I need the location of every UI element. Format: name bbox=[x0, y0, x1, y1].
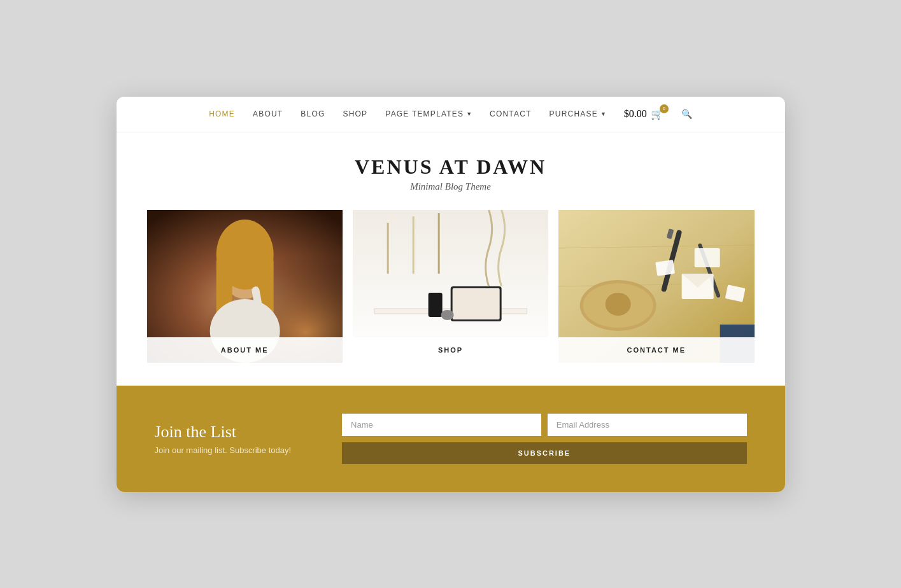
cart-price: $0.00 bbox=[624, 108, 647, 120]
nav-contact[interactable]: CONTACT bbox=[490, 109, 532, 118]
chevron-down-icon: ▼ bbox=[466, 111, 472, 117]
cart-area[interactable]: $0.00 🛒 0 bbox=[624, 108, 663, 120]
svg-rect-25 bbox=[695, 248, 720, 267]
name-input[interactable] bbox=[342, 414, 541, 436]
nav-page-templates-link[interactable]: PAGE TEMPLATES bbox=[385, 109, 464, 118]
nav-blog[interactable]: BLOG bbox=[301, 109, 325, 118]
mailing-text-block: Join the List Join our mailing list. Sub… bbox=[155, 423, 292, 455]
email-input[interactable] bbox=[548, 414, 747, 436]
browser-window: HOME ABOUT BLOG SHOP PAGE TEMPLATES ▼ CO… bbox=[117, 97, 785, 492]
card-label-contact[interactable]: CONTACT ME bbox=[558, 337, 754, 363]
navigation: HOME ABOUT BLOG SHOP PAGE TEMPLATES ▼ CO… bbox=[117, 97, 785, 132]
nav-purchase-link[interactable]: PURCHASE bbox=[550, 109, 598, 118]
card-contact[interactable]: CONTACT ME bbox=[558, 210, 754, 363]
hero-section: VENUS AT DAWN Minimal Blog Theme bbox=[117, 132, 785, 210]
nav-about[interactable]: ABOUT bbox=[253, 109, 283, 118]
mailing-inputs-row bbox=[342, 414, 746, 436]
svg-point-16 bbox=[441, 310, 453, 320]
svg-rect-29 bbox=[655, 260, 675, 276]
cart-badge: 0 bbox=[660, 104, 669, 113]
card-shop[interactable]: SHOP bbox=[353, 210, 548, 363]
subscribe-button[interactable]: SUBSCRIBE bbox=[342, 442, 746, 464]
site-title: VENUS AT DAWN bbox=[129, 155, 772, 179]
svg-rect-14 bbox=[452, 288, 499, 319]
card-about-me[interactable]: ABOUT ME bbox=[147, 210, 343, 363]
card-label-shop[interactable]: SHOP bbox=[353, 337, 548, 363]
mailing-subtext: Join our mailing list. Subscribe today! bbox=[155, 445, 292, 455]
nav-home[interactable]: HOME bbox=[209, 109, 235, 118]
svg-rect-10 bbox=[412, 216, 414, 274]
nav-shop[interactable]: SHOP bbox=[343, 109, 368, 118]
cart-icon-wrap[interactable]: 🛒 0 bbox=[651, 108, 663, 120]
nav-page-templates[interactable]: PAGE TEMPLATES ▼ bbox=[385, 109, 472, 118]
card-label-about[interactable]: ABOUT ME bbox=[147, 337, 343, 363]
nav-purchase[interactable]: PURCHASE ▼ bbox=[550, 109, 606, 118]
mailing-form: SUBSCRIBE bbox=[342, 414, 746, 464]
featured-grid: ABOUT ME bbox=[117, 210, 785, 386]
chevron-down-icon-purchase: ▼ bbox=[600, 111, 606, 117]
svg-point-28 bbox=[606, 293, 631, 316]
svg-rect-11 bbox=[437, 213, 439, 274]
mailing-section: Join the List Join our mailing list. Sub… bbox=[117, 386, 785, 492]
site-subtitle: Minimal Blog Theme bbox=[129, 181, 772, 192]
search-icon[interactable]: 🔍 bbox=[681, 109, 692, 120]
svg-rect-15 bbox=[428, 293, 442, 317]
mailing-heading: Join the List bbox=[155, 423, 292, 442]
svg-rect-9 bbox=[387, 223, 388, 274]
